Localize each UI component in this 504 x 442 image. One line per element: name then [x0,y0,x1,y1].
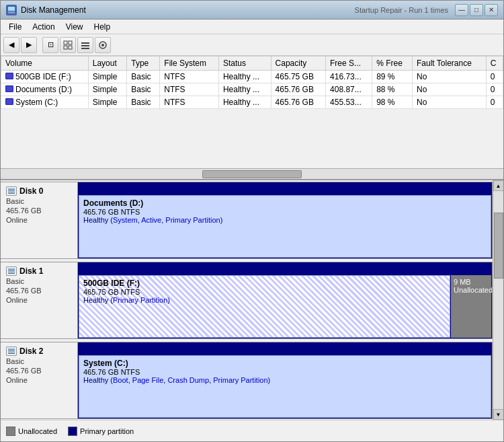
col-filesystem[interactable]: File System [160,57,219,71]
toolbar-btn-5[interactable] [77,37,93,53]
partition-name: 500GB IDE (F:) [83,279,446,288]
cell-fault: No [413,71,487,83]
disk-table: Volume Layout Type File System Status Ca… [1,56,503,109]
cell-status: Healthy ... [218,96,271,109]
svg-rect-7 [81,45,89,46]
disk-size: 465.76 GB [6,367,72,375]
partition-status-link[interactable]: Primary Partition [165,216,220,224]
scroll-down-arrow[interactable]: ▼ [493,409,504,420]
col-status[interactable]: Status [218,57,271,71]
cell-volume: System (C:) [1,96,89,109]
back-button[interactable]: ◀ [3,37,19,53]
col-type[interactable]: Type [127,57,160,71]
col-volume[interactable]: Volume [1,57,89,71]
col-layout[interactable]: Layout [88,57,127,71]
disk-icon [6,346,17,356]
cell-free: 416.73... [326,71,372,83]
close-button[interactable]: ✕ [485,4,498,16]
cell-pct: 88 % [372,83,413,96]
disk-status: Online [6,376,72,384]
partition[interactable]: System (C:)465.76 GB NTFSHealthy (Boot, … [79,355,491,418]
disk-icon [6,266,17,276]
menu-action[interactable]: Action [27,21,60,33]
cell-type: Basic [127,71,160,83]
table-row[interactable]: Documents (D:)SimpleBasicNTFSHealthy ...… [1,83,503,96]
partition-status-link[interactable]: Primary Partition [113,296,167,304]
disk-type: Basic [6,277,72,285]
volume-icon [5,73,13,79]
disk-status: Online [6,296,72,304]
partition-status: Healthy (Primary Partition) [83,296,446,304]
legend-primary-box [68,427,77,436]
toolbar-btn-6[interactable] [95,37,111,53]
maximize-button[interactable]: □ [470,4,483,16]
menu-help[interactable]: Help [89,21,116,33]
cell-status: Healthy ... [218,83,271,96]
table-row[interactable]: 500GB IDE (F:)SimpleBasicNTFSHealthy ...… [1,71,503,83]
partition-status-link[interactable]: Boot [113,376,128,384]
legend-unallocated-box [6,427,15,436]
horizontal-scrollbar[interactable] [1,168,503,179]
svg-rect-16 [8,353,15,354]
menu-file[interactable]: File [3,21,27,33]
table-row[interactable]: System (C:)SimpleBasicNTFSHealthy ...465… [1,96,503,109]
disk-table-section: Volume Layout Type File System Status Ca… [1,56,503,180]
col-capacity[interactable]: Capacity [271,57,325,71]
unallocated-size: 9 MB [454,278,489,286]
partition-status-link[interactable]: System [113,216,138,224]
window-title: Disk Management [21,5,355,15]
vertical-scrollbar[interactable]: ▲ ▼ [493,180,503,420]
menu-view[interactable]: View [60,21,89,33]
partition-status-link[interactable]: Primary Partition [213,376,267,384]
partition-status-link[interactable]: Crash Dump [167,376,209,384]
legend-primary: Primary partition [68,427,134,436]
partition[interactable]: Documents (D:)465.76 GB NTFSHealthy (Sys… [79,195,491,258]
toolbar-btn-3[interactable]: ⊡ [42,37,58,53]
legend-primary-label: Primary partition [80,427,134,435]
disk-icon [6,186,17,196]
cell-layout: Simple [88,96,127,109]
disk-partition-area: 500GB IDE (F:)465.75 GB NTFSHealthy (Pri… [78,262,492,338]
partition-size: 465.76 GB NTFS [83,368,487,376]
svg-rect-12 [8,192,15,194]
disk-header-bar [78,342,492,355]
svg-rect-1 [8,11,15,13]
window-controls: — □ ✕ [455,4,498,16]
partition-status-link[interactable]: Page File [132,376,163,384]
scroll-up-arrow[interactable]: ▲ [493,180,504,191]
col-pct[interactable]: % Free [372,57,413,71]
svg-rect-15 [8,348,15,352]
cell-type: Basic [127,96,160,109]
cell-capacity: 465.75 GB [271,71,325,83]
cell-status: Healthy ... [218,71,271,83]
col-c[interactable]: C [486,57,503,71]
partition-size: 465.76 GB NTFS [83,208,487,216]
disk-row: Disk 1Basic465.76 GBOnline500GB IDE (F:)… [1,262,493,339]
disk-name: Disk 2 [6,346,72,356]
disk-type: Basic [6,197,72,205]
scroll-thumb[interactable] [494,213,503,278]
disk-name: Disk 1 [6,266,72,276]
disk-size: 465.76 GB [6,287,72,295]
scroll-track[interactable] [493,191,503,409]
col-free[interactable]: Free S... [326,57,372,71]
partition-status: Healthy (Boot, Page File, Crash Dump, Pr… [83,376,487,384]
forward-button[interactable]: ▶ [21,37,37,53]
unallocated-partition[interactable]: 9 MBUnallocated [451,275,491,338]
cell-fault: No [413,96,487,109]
cell-capacity: 465.76 GB [271,83,325,96]
disk-label: Disk 0Basic465.76 GBOnline [1,182,78,258]
cell-filesystem: NTFS [160,96,219,109]
svg-rect-2 [64,41,67,44]
toolbar-btn-4[interactable] [60,37,76,53]
col-fault[interactable]: Fault Tolerance [413,57,487,71]
partition[interactable]: 500GB IDE (F:)465.75 GB NTFSHealthy (Pri… [79,275,450,338]
partition-status-link[interactable]: Active [141,216,161,224]
table-container[interactable]: Volume Layout Type File System Status Ca… [1,56,503,168]
minimize-button[interactable]: — [455,4,468,16]
disk-type: Basic [6,357,72,365]
cell-free: 408.87... [326,83,372,96]
cell-volume: 500GB IDE (F:) [1,71,89,83]
cell-volume: Documents (D:) [1,83,89,96]
svg-point-10 [101,44,104,46]
